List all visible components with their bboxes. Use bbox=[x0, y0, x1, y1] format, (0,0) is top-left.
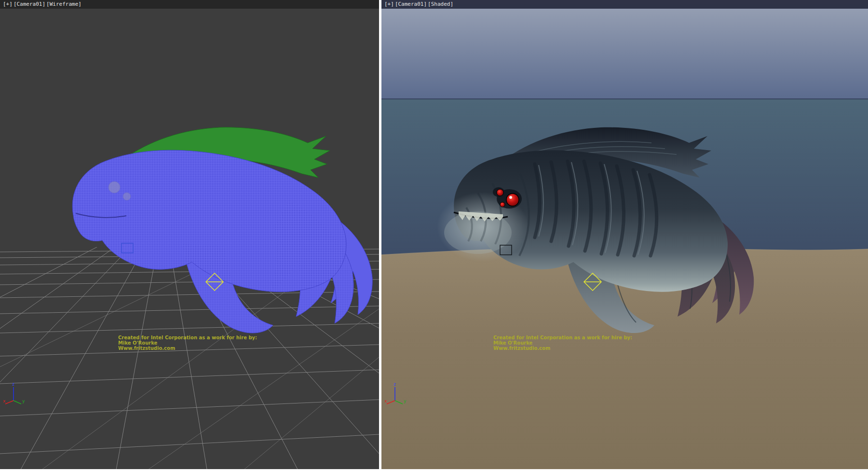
viewport-pov-menu[interactable]: [Camera01] bbox=[14, 1, 45, 7]
viewport-label-bar bbox=[381, 0, 868, 9]
axis-label-x: x bbox=[3, 399, 6, 403]
sky bbox=[381, 0, 868, 99]
viewport-label: [+] [Camera01] [Wireframe] bbox=[3, 1, 81, 7]
fish-eye-tiny bbox=[500, 202, 505, 207]
fish-eye-main bbox=[506, 194, 519, 206]
viewport-wireframe[interactable]: [+] [Camera01] [Wireframe] bbox=[0, 0, 379, 469]
horizon-line bbox=[381, 98, 868, 99]
wireframe-scene bbox=[0, 0, 379, 469]
viewport-shading-menu[interactable]: [Shaded] bbox=[428, 1, 453, 7]
axis-label-z: z bbox=[393, 382, 396, 387]
viewport-pov-menu[interactable]: [Camera01] bbox=[395, 1, 427, 7]
axis-label-y: y bbox=[404, 399, 407, 403]
world-axis-gizmo: z x y bbox=[3, 381, 25, 406]
viewport-shading-menu[interactable]: [Wireframe] bbox=[46, 1, 81, 7]
fish-eye-small bbox=[497, 189, 503, 196]
viewport-general-menu[interactable]: [+] bbox=[384, 1, 394, 7]
viewport-general-menu[interactable]: [+] bbox=[3, 1, 13, 7]
axis-label-x: x bbox=[384, 399, 387, 403]
axis-label-z: z bbox=[12, 382, 14, 387]
shaded-scene bbox=[381, 0, 868, 469]
viewport-label: [+] [Camera01] [Shaded] bbox=[384, 1, 453, 7]
fish-eye-outline bbox=[108, 181, 120, 193]
axis-label-y: y bbox=[22, 399, 25, 403]
viewport-split-container: [+] [Camera01] [Wireframe] bbox=[0, 0, 868, 469]
window-bottom-border bbox=[0, 469, 868, 472]
world-axis-gizmo: z x y bbox=[384, 381, 407, 406]
watermark-text: Created for Intel Corporation as a work … bbox=[118, 335, 257, 351]
watermark-text: Created for Intel Corporation as a work … bbox=[493, 335, 632, 351]
fish-wireframe-model[interactable] bbox=[72, 127, 372, 333]
viewport-shaded[interactable]: [+] [Camera01] [Shaded] bbox=[381, 0, 868, 469]
